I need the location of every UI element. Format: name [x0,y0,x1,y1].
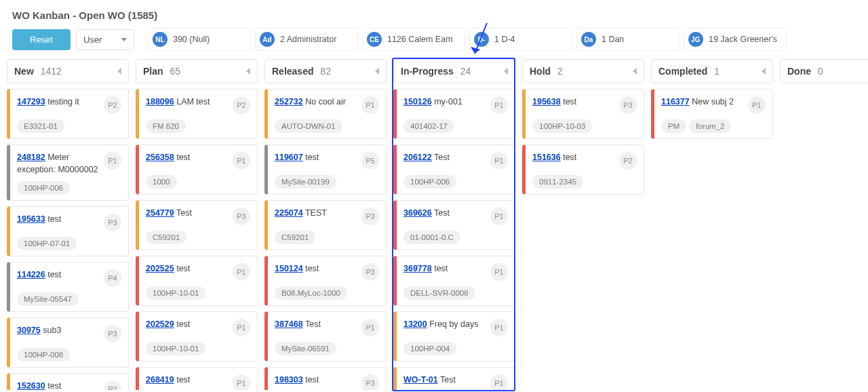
card-id-link[interactable]: 152630 [17,381,45,390]
kanban-card[interactable]: 256358 testP11000 [136,144,258,195]
kanban-card[interactable]: 147293 testing itP2E3321-01 [7,89,129,139]
user-select[interactable]: User [76,29,134,50]
card-id-link[interactable]: 248182 [17,153,45,162]
kanban-card[interactable]: 202525 testP1100HP-10-01 [136,256,258,306]
kanban-card[interactable]: 195638 testP3100HP-10-03 [522,89,644,139]
priority-badge: P1 [490,152,508,170]
card-chips: PMforum_2 [661,119,766,133]
kanban-card[interactable]: 13200 Freq by daysP1100HP-004 [393,311,515,361]
user-chip[interactable]: NL390 (Null) [148,28,251,51]
card-id-link[interactable]: 195638 [532,97,561,106]
card-id-link[interactable]: 387468 [275,319,303,329]
chevron-left-icon[interactable] [246,68,250,75]
card-id-link[interactable]: 150126 [403,97,432,106]
kanban-card[interactable]: 116377 New subj 2P1PMforum_2 [651,89,773,139]
column-header[interactable]: New 1412 [7,59,129,83]
card-chips: 100HP-10-01 [146,342,250,355]
card-chips: E3321-01 [17,119,121,133]
kanban-card[interactable]: 387468 TestP1MySite-06591 [264,311,387,361]
card-id-link[interactable]: 202529 [146,319,174,329]
card-id-link[interactable]: 150124 [275,264,303,273]
column-header[interactable]: Hold 2 [522,59,644,83]
card-desc: sub3 [41,326,62,335]
column-body: 116377 New subj 2P1PMforum_2 [651,89,773,139]
kanban-card[interactable]: 225074 TESTP3C59201 [264,200,387,250]
chevron-left-icon[interactable] [762,68,766,75]
card-desc: my-001 [432,97,462,106]
kanban-card[interactable]: 188096 LAM testP2FM 620 [136,89,258,139]
card-desc: TEST [303,208,327,218]
card-id-link[interactable]: 116377 [661,97,690,106]
card-id-link[interactable]: 206122 [403,153,432,162]
chevron-left-icon[interactable] [117,68,121,75]
kanban-card[interactable]: 206122 TestP1100HP-006 [393,144,515,195]
kanban-card[interactable]: 248182 Meter exception: M0000002P1100HP-… [7,144,129,201]
card-id-link[interactable]: 114226 [17,270,45,279]
card-id-link[interactable]: 252732 [275,97,303,106]
card-id-link[interactable]: WO-T-01 [403,375,438,385]
priority-badge: P1 [490,96,508,114]
user-chip[interactable]: CE1126 Calem Eam [362,28,465,51]
kanban-card[interactable]: 268419 testP1100HP-004 [136,367,258,390]
user-chip[interactable]: Ad2 Administrator [255,28,358,51]
kanban-card[interactable]: 150126 my-001P1401402-17 [393,89,515,139]
card-id-link[interactable]: 268419 [146,375,174,385]
column-in-progress: In-Progress 24150126 my-001P1401402-1720… [393,59,515,390]
reset-button[interactable]: Reset [12,29,71,50]
card-title: 248182 Meter exception: M0000002 [17,152,101,176]
card-id-link[interactable]: 369626 [403,208,432,218]
column-new: New 1412147293 testing itP2E3321-0124818… [7,59,129,390]
column-header[interactable]: Released 82 [264,59,387,83]
card-id-link[interactable]: 147293 [17,97,45,106]
column-header[interactable]: Plan 65 [136,59,258,83]
kanban-card[interactable]: 150124 testP3B08.MyLoc-1000 [264,256,387,306]
chevron-left-icon[interactable] [504,68,508,75]
card-id-link[interactable]: 254779 [146,208,174,218]
card-id-link[interactable]: 202525 [146,264,174,273]
kanban-card[interactable]: 30975 sub3P3100HP-008 [7,317,129,368]
user-chip[interactable]: D-1 D-4 [469,28,572,51]
kanban-card[interactable]: 119607 testP5MySite-00199 [264,144,387,195]
kanban-card[interactable]: 151636 testP20911-2345 [522,144,644,195]
card-chips: 1000 [146,175,250,189]
column-header[interactable]: In-Progress 24 [393,59,515,83]
column-released: Released 82252732 No cool airP1AUTO-DWN-… [264,59,387,390]
card-id-link[interactable]: 369778 [403,264,432,273]
column-header[interactable]: Completed 1 [651,59,773,83]
card-id-link[interactable]: 151636 [532,153,561,162]
kanban-card[interactable]: 198303 testP3SERVER-0005 [264,367,387,390]
column-body: 150126 my-001P1401402-17206122 TestP1100… [393,89,515,390]
kanban-card[interactable]: 202529 testP1100HP-10-01 [136,311,258,361]
chevron-left-icon[interactable] [633,68,637,75]
kanban-card[interactable]: 114226 testP4MySite-05547 [7,262,129,312]
card-id-link[interactable]: 256358 [146,153,174,162]
kanban-board: New 1412147293 testing itP2E3321-0124818… [0,59,868,390]
card-id-link[interactable]: 30975 [17,326,41,335]
card-title: 202529 test [146,319,230,331]
card-id-link[interactable]: 198303 [275,375,303,385]
user-chip[interactable]: Da1 Dan [576,28,679,51]
card-id-link[interactable]: 195633 [17,214,45,224]
kanban-card[interactable]: 369778 testP1DELL-SVR-0008 [393,256,515,306]
card-title: 119607 test [275,152,359,164]
card-title: 151636 test [532,152,616,164]
kanban-card[interactable]: 195633 testP3100HP-07-01 [7,206,129,256]
column-header[interactable]: Done 0 [780,59,868,83]
card-title: 256358 test [146,152,230,164]
kanban-card[interactable]: WO-T-01 TestP1A0001524 [393,367,515,390]
priority-badge: P1 [490,319,508,336]
card-id-link[interactable]: 225074 [275,208,303,218]
priority-badge: P1 [233,152,250,170]
kanban-card[interactable]: 369626 TestP101-0001-0.C [393,200,515,250]
chip: PM [661,119,686,133]
card-id-link[interactable]: 13200 [403,319,427,329]
kanban-card[interactable]: 254779 TestP3C59201 [136,200,258,250]
card-chips: AUTO-DWN-01 [275,119,379,133]
user-chip[interactable]: JG19 Jack Greener's [684,28,787,51]
card-id-link[interactable]: 188096 [146,97,174,106]
chevron-left-icon[interactable] [375,68,379,75]
kanban-card[interactable]: 252732 No cool airP1AUTO-DWN-01 [264,89,387,139]
user-chip-row: NL390 (Null)Ad2 AdministratorCE1126 Cale… [148,28,856,51]
kanban-card[interactable]: 152630 testP2100HP-004 [7,373,129,390]
card-id-link[interactable]: 119607 [275,153,303,162]
